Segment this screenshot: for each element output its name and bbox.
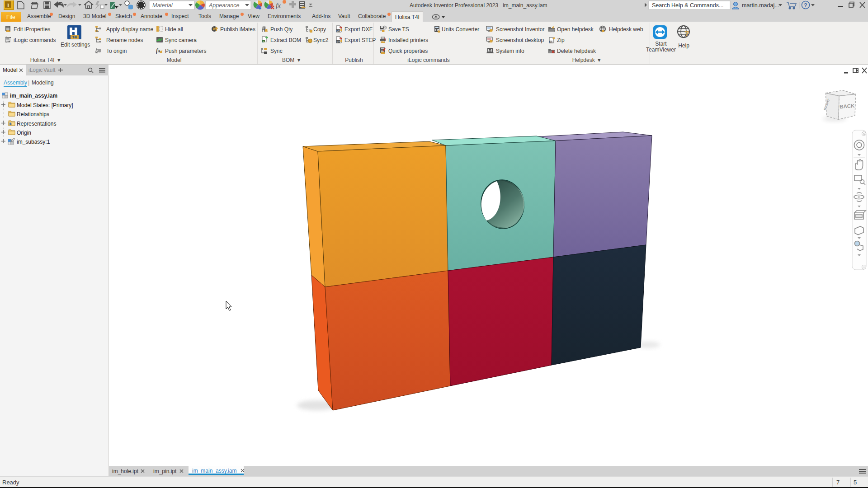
svg-text:XLS: XLS xyxy=(263,41,267,43)
svg-text:Search Help & Commands...: Search Help & Commands... xyxy=(652,2,723,9)
svg-text:fx: fx xyxy=(156,47,160,54)
svg-text:Appearance: Appearance xyxy=(208,2,239,9)
svg-text:STP: STP xyxy=(337,41,341,43)
svg-text:T4I: T4I xyxy=(72,36,77,39)
svg-text:DXF: DXF xyxy=(337,30,341,32)
svg-text:?: ? xyxy=(684,29,689,38)
svg-text:BACK: BACK xyxy=(840,103,855,109)
svg-text:ZIP: ZIP xyxy=(550,41,553,43)
svg-text:fx: fx xyxy=(276,2,281,9)
svg-text:martin.madaj...: martin.madaj... xyxy=(742,2,779,9)
svg-text:?: ? xyxy=(384,38,386,42)
svg-text:Material: Material xyxy=(152,2,173,9)
svg-text:?: ? xyxy=(804,2,807,9)
svg-text:I: I xyxy=(7,2,9,9)
